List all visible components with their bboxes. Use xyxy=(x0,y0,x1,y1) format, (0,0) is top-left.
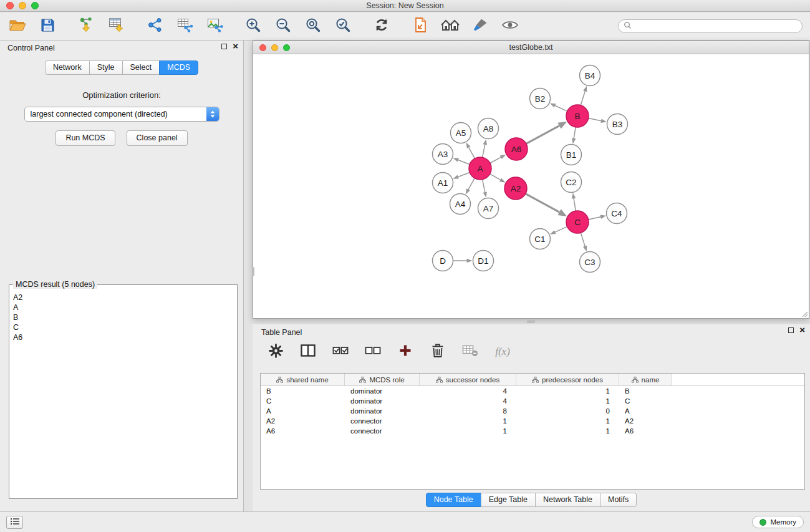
network-edge-A-A2[interactable] xyxy=(490,174,501,180)
column-header-shared-name[interactable]: shared name xyxy=(261,374,345,385)
show-graphics-button[interactable] xyxy=(500,16,520,36)
tab-network-table[interactable]: Network Table xyxy=(535,493,600,507)
mcds-result-item[interactable]: B xyxy=(13,312,236,322)
function-builder-button[interactable]: f(x) xyxy=(494,344,511,360)
network-node-A2[interactable]: A2 xyxy=(504,177,527,200)
network-horizontal-scrollbar[interactable] xyxy=(527,320,535,323)
network-edge-A-A8[interactable] xyxy=(483,145,485,157)
close-table-panel-icon[interactable]: × xyxy=(799,327,805,333)
float-table-panel-icon[interactable] xyxy=(788,327,794,333)
network-node-C3[interactable]: C3 xyxy=(580,252,600,273)
table-cell[interactable]: dominator xyxy=(345,386,420,396)
task-history-button[interactable] xyxy=(6,516,23,529)
zoom-in-button[interactable] xyxy=(243,16,263,36)
save-session-button[interactable] xyxy=(37,16,57,36)
network-node-A3[interactable]: A3 xyxy=(433,144,453,165)
tab-select[interactable]: Select xyxy=(122,60,160,75)
table-cell[interactable]: C xyxy=(261,396,345,406)
network-node-B3[interactable]: B3 xyxy=(607,114,628,135)
network-node-A4[interactable]: A4 xyxy=(450,194,471,215)
network-node-B2[interactable]: B2 xyxy=(530,89,551,109)
open-session-button[interactable] xyxy=(7,16,27,36)
table-cell[interactable]: 1 xyxy=(516,416,619,426)
delete-column-button[interactable] xyxy=(430,344,446,360)
float-panel-icon[interactable] xyxy=(221,44,227,49)
tab-style[interactable]: Style xyxy=(89,60,123,75)
optimization-criterion-select[interactable]: largest connected component (directed) xyxy=(24,107,219,122)
table-settings-button[interactable] xyxy=(268,344,284,360)
network-edge-A-A4[interactable] xyxy=(468,178,475,190)
run-mcds-button[interactable]: Run MCDS xyxy=(55,130,115,146)
network-canvas[interactable]: B4B2BB3A5A8A6B1A3AC2A1A2A4A7C4CC1C3DD1 xyxy=(253,54,809,318)
show-columns-button[interactable] xyxy=(300,344,316,360)
add-column-button[interactable] xyxy=(397,344,413,360)
network-node-C[interactable]: C xyxy=(566,211,589,233)
memory-button[interactable]: Memory xyxy=(752,516,804,528)
window-titlebar[interactable]: Session: New Session xyxy=(0,0,810,12)
close-panel-icon[interactable]: × xyxy=(233,43,238,49)
network-edge-A-A6[interactable] xyxy=(490,157,501,163)
network-node-A1[interactable]: A1 xyxy=(433,173,453,193)
close-panel-button[interactable]: Close panel xyxy=(127,130,188,146)
home-button[interactable] xyxy=(440,16,460,36)
network-node-B1[interactable]: B1 xyxy=(561,145,582,165)
network-vertical-scrollbar[interactable] xyxy=(252,267,254,276)
new-network-button[interactable] xyxy=(145,16,165,36)
column-header-name[interactable]: name xyxy=(619,374,672,385)
network-node-A8[interactable]: A8 xyxy=(478,118,499,139)
network-node-A7[interactable]: A7 xyxy=(478,198,499,219)
table-row[interactable]: A2connector11A2 xyxy=(261,416,804,426)
table-cell[interactable]: A xyxy=(261,406,345,416)
table-cell[interactable]: B xyxy=(261,386,345,396)
network-edge-B-B4[interactable] xyxy=(581,91,585,105)
column-header-mcds-role[interactable]: MCDS role xyxy=(345,374,420,385)
search-box[interactable] xyxy=(618,19,803,33)
table-cell[interactable]: B xyxy=(619,386,672,396)
table-cell[interactable]: 8 xyxy=(420,406,516,416)
table-row[interactable]: Bdominator41B xyxy=(261,386,804,396)
zoom-selected-button[interactable] xyxy=(333,16,353,36)
network-edge-A6-B[interactable] xyxy=(526,126,559,144)
zoom-out-button[interactable] xyxy=(273,16,293,36)
network-node-C4[interactable]: C4 xyxy=(607,203,627,224)
network-node-C1[interactable]: C1 xyxy=(530,229,551,249)
search-input[interactable] xyxy=(632,21,802,32)
tab-motifs[interactable]: Motifs xyxy=(600,493,637,507)
table-cell[interactable]: A xyxy=(619,406,672,416)
tab-network[interactable]: Network xyxy=(45,60,90,75)
table-cell[interactable]: 4 xyxy=(420,386,516,396)
table-cell[interactable]: A6 xyxy=(619,426,672,436)
network-edge-C-C1[interactable] xyxy=(555,226,567,232)
table-cell[interactable]: 4 xyxy=(420,396,516,406)
network-edge-A-A5[interactable] xyxy=(469,147,475,158)
network-edge-B-B3[interactable] xyxy=(589,118,601,121)
table-cell[interactable]: 1 xyxy=(516,426,619,436)
column-header-predecessor-nodes[interactable]: predecessor nodes xyxy=(516,374,619,385)
export-image-button[interactable] xyxy=(205,16,224,36)
table-cell[interactable]: A2 xyxy=(261,416,345,426)
table-cell[interactable]: C xyxy=(619,396,672,406)
network-edge-B-B2[interactable] xyxy=(555,105,567,111)
network-edge-C-C2[interactable] xyxy=(574,198,576,211)
table-cell[interactable]: 0 xyxy=(516,406,619,416)
unselect-all-button[interactable] xyxy=(365,344,381,360)
network-node-C2[interactable]: C2 xyxy=(561,172,582,193)
table-cell[interactable]: 1 xyxy=(420,426,516,436)
delete-table-button[interactable] xyxy=(462,344,478,360)
column-header-successor-nodes[interactable]: successor nodes xyxy=(420,374,516,385)
mcds-result-item[interactable]: A2 xyxy=(13,293,236,302)
network-node-A[interactable]: A xyxy=(469,157,491,180)
table-cell[interactable]: connector xyxy=(345,426,420,436)
tab-node-table[interactable]: Node Table xyxy=(426,493,481,507)
network-node-D[interactable]: D xyxy=(433,251,453,271)
mcds-result-item[interactable]: A6 xyxy=(13,332,236,342)
tab-edge-table[interactable]: Edge Table xyxy=(481,493,536,507)
table-cell[interactable]: connector xyxy=(345,416,420,426)
import-network-button[interactable] xyxy=(76,16,96,36)
table-row[interactable]: Adominator80A xyxy=(261,406,804,416)
table-cell[interactable]: A6 xyxy=(261,426,345,436)
refresh-button[interactable] xyxy=(372,16,392,36)
network-edge-C-C4[interactable] xyxy=(589,217,601,220)
import-table-button[interactable] xyxy=(106,16,126,36)
table-cell[interactable]: A2 xyxy=(619,416,672,426)
